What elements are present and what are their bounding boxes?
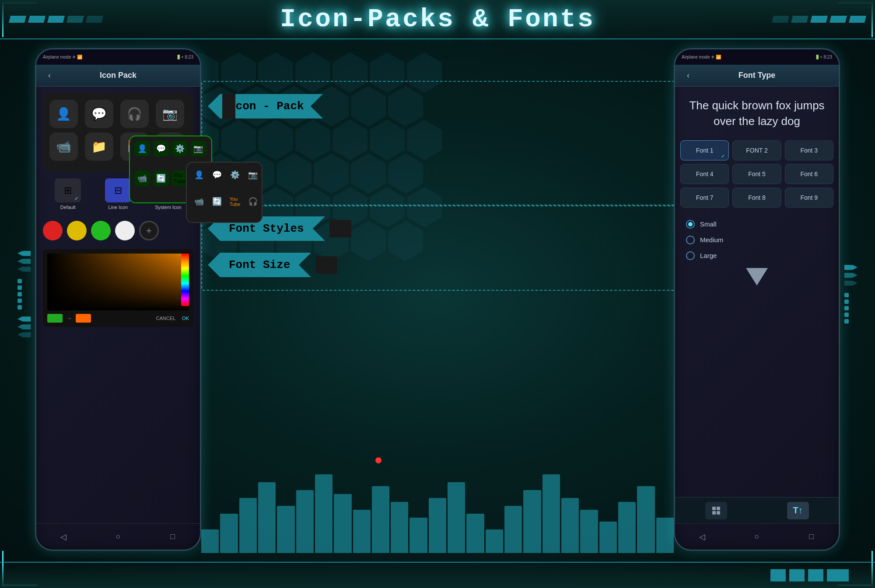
popup-icon-g7[interactable]: YouTube: [172, 170, 188, 186]
toolbar-font-btn[interactable]: T↑: [787, 502, 809, 519]
back-button-left[interactable]: ‹: [43, 69, 56, 82]
popup-icon-o1[interactable]: 👤: [191, 167, 207, 183]
popup-icon-g1[interactable]: 👤: [134, 141, 150, 157]
nav-home-right[interactable]: ○: [749, 529, 764, 544]
status-right-phone-right: 🔋+ 8:23: [815, 55, 832, 59]
bottom-sq-1: [770, 569, 786, 581]
popup-icon-o8[interactable]: 🎧: [245, 194, 261, 209]
bottom-sq-3: [808, 569, 823, 581]
default-label: Default: [60, 205, 76, 210]
font-btn-3[interactable]: Font 3: [785, 140, 833, 160]
system-label: System Icon: [155, 205, 182, 210]
phone-left-header: ‹ Icon Pack: [36, 65, 200, 87]
popup-icon-g6[interactable]: 🔄: [153, 170, 169, 186]
color-yellow[interactable]: [67, 221, 87, 240]
popup-icon-o7[interactable]: YouTube: [227, 194, 243, 209]
phone-right-status: Airplane mode ✈ 📶 🔋+ 8:23: [675, 49, 839, 65]
popup-icon-o3[interactable]: ⚙️: [227, 167, 243, 183]
color-gradient[interactable]: [47, 254, 189, 310]
nav-recent-right[interactable]: □: [804, 529, 819, 544]
top-border: Icon-Packs & Fonts: [0, 0, 875, 39]
radio-small[interactable]: Small: [686, 216, 828, 232]
radio-large[interactable]: Large: [686, 248, 828, 264]
font-btn-2[interactable]: FONT 2: [732, 140, 781, 160]
font-btn-1[interactable]: Font 1 ✓: [680, 140, 729, 160]
font-btn-4[interactable]: Font 4: [680, 164, 729, 184]
eq-bar-12: [410, 518, 427, 553]
eq-bar-22: [599, 522, 617, 553]
icon-pack-popup-orange: 👤 💬 ⚙️ 📷 📹 🔄 YouTube 🎧: [186, 162, 262, 223]
svg-rect-3: [717, 511, 720, 515]
color-palette: +: [36, 216, 200, 245]
popup-icon-g2[interactable]: 💬: [153, 141, 169, 157]
eq-bar-16: [486, 529, 503, 553]
popup-icon-o5[interactable]: 📹: [191, 194, 207, 209]
font-btn-6[interactable]: Font 6: [785, 164, 833, 184]
phone-right-toolbar: T↑: [675, 497, 839, 523]
phone-left: Airplane mode ✈ 📶 🔋+ 8:23 ‹ Icon Pack 👤 …: [35, 48, 201, 551]
popup-icon-g5[interactable]: 📹: [134, 170, 150, 186]
font-btn-7[interactable]: Font 7: [680, 188, 729, 208]
eq-bar-25: [656, 518, 674, 553]
phone-right-header: ‹ Font Type: [675, 65, 839, 87]
eq-bar-24: [637, 486, 654, 553]
font-1-check: ✓: [721, 153, 725, 159]
icon-type-default[interactable]: ⊞ ✓ Default: [55, 178, 81, 210]
icon-type-default-box: ⊞ ✓: [55, 178, 81, 202]
cancel-button[interactable]: CANCEL: [156, 316, 175, 321]
popup-icon-g3[interactable]: ⚙️: [172, 141, 188, 157]
phone-left-title: Icon Pack: [100, 71, 136, 80]
back-button-right[interactable]: ‹: [682, 69, 695, 82]
icon-cell-camera[interactable]: 📷: [156, 100, 184, 128]
nav-home-left[interactable]: ○: [110, 529, 126, 544]
phone-right-title: Font Type: [738, 71, 776, 80]
radio-medium-circle: [686, 236, 695, 244]
icon-cell-headphone[interactable]: 🎧: [120, 100, 149, 128]
bottom-sq-4: [827, 569, 849, 581]
color-red[interactable]: [43, 221, 63, 240]
svg-rect-0: [712, 507, 716, 510]
bottom-sq-2: [789, 569, 805, 581]
radio-large-label: Large: [700, 252, 717, 259]
side-decoration-right: [844, 265, 858, 324]
nav-back-right[interactable]: ◁: [695, 529, 710, 544]
icon-type-line-box: ⊟: [105, 178, 131, 202]
eq-bar-10: [372, 486, 389, 553]
font-btn-9[interactable]: Font 9: [785, 188, 833, 208]
ok-button[interactable]: OK: [182, 316, 189, 321]
color-spectrum[interactable]: [181, 254, 189, 306]
color-green[interactable]: [91, 221, 111, 240]
font-size-radio-group: Small Medium Large: [675, 208, 839, 272]
phone-right-nav: ◁ ○ □: [675, 523, 839, 550]
triangle-indicator: [675, 268, 839, 285]
eq-bar-9: [353, 510, 371, 553]
icon-cell-contact[interactable]: 👤: [49, 100, 78, 128]
eq-bar-2: [220, 514, 238, 553]
popup-icon-o2[interactable]: 💬: [209, 167, 225, 183]
font-btn-8[interactable]: Font 8: [732, 188, 781, 208]
icon-type-line[interactable]: ⊟ Line Icon: [105, 178, 131, 210]
phone-right: Airplane mode ✈ 📶 🔋+ 8:23 ‹ Font Type Th…: [674, 48, 840, 551]
radio-large-circle: [686, 251, 695, 260]
font-btn-5[interactable]: Font 5: [732, 164, 781, 184]
nav-back-left[interactable]: ◁: [56, 529, 71, 544]
radio-medium[interactable]: Medium: [686, 232, 828, 248]
icon-cell-video[interactable]: 📹: [49, 132, 78, 161]
popup-icon-g4[interactable]: 📷: [190, 141, 206, 157]
phone-left-nav: ◁ ○ □: [36, 523, 200, 550]
popup-icon-o4[interactable]: 📷: [245, 167, 261, 183]
nav-recent-left[interactable]: □: [165, 529, 180, 544]
border-pattern-right: [772, 16, 866, 23]
font-selection-grid: Font 1 ✓ FONT 2 Font 3 Font 4 Font 5 Fon…: [675, 140, 839, 208]
color-white[interactable]: [115, 221, 135, 240]
eq-bar-4: [258, 482, 276, 553]
picker-actions: → CANCEL OK: [47, 314, 189, 323]
add-color-button[interactable]: +: [139, 221, 159, 240]
toolbar-grid-btn[interactable]: [705, 502, 727, 519]
phone-left-status: Airplane mode ✈ 📶 🔋+ 8:23: [36, 49, 200, 65]
red-indicator-dot: [375, 457, 382, 463]
icon-cell-folder[interactable]: 📁: [85, 132, 113, 161]
radio-small-label: Small: [700, 220, 717, 228]
icon-cell-message[interactable]: 💬: [85, 100, 113, 128]
popup-icon-o6[interactable]: 🔄: [209, 194, 225, 209]
